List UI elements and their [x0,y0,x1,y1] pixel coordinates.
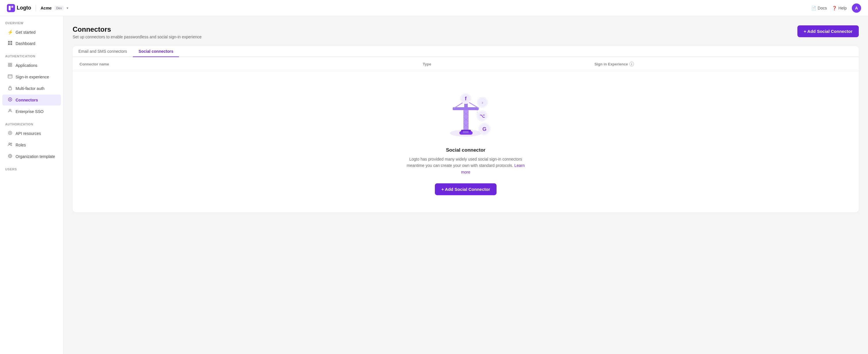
tab-social[interactable]: Social connectors [133,46,179,57]
svg-rect-2 [11,6,13,8]
svg-rect-0 [7,4,15,12]
svg-point-19 [8,131,12,135]
sidebar-item-organization-template[interactable]: Organization template [2,151,61,162]
column-sign-in-experience: Sign in Experience i [594,62,852,66]
authentication-section-label: AUTHENTICATION [0,49,63,60]
tenant-env-badge: Dev [55,6,64,10]
svg-rect-6 [10,43,12,45]
empty-state-add-button[interactable]: + Add Social Connector [435,183,496,195]
connectors-icon [7,97,13,103]
sidebar-item-label: Multi-factor auth [16,86,44,91]
enterprise-sso-icon [7,109,13,114]
overview-section-label: OVERVIEW [0,16,63,27]
add-social-connector-button[interactable]: + Add Social Connector [797,25,859,37]
lightning-icon: ⚡ [7,29,13,35]
user-avatar[interactable]: A [852,3,861,13]
logo-divider [36,5,36,11]
sidebar-item-label: Dashboard [16,41,35,46]
sidebar: OVERVIEW ⚡ Get started Dashboard AUTHENT… [0,16,63,354]
sidebar-item-label: Connectors [16,98,38,102]
org-template-icon [7,154,13,159]
svg-rect-1 [9,6,11,10]
sidebar-item-mfa[interactable]: Multi-factor auth [2,83,61,94]
sidebar-item-label: Enterprise SSO [16,109,43,114]
sidebar-item-label: Organization template [16,154,55,159]
tab-email-sms[interactable]: Email and SMS connectors [73,46,133,57]
authorization-section-label: AUTHORIZATION [0,117,63,128]
connectors-table-card: Email and SMS connectors Social connecto… [73,46,859,212]
svg-point-15 [9,99,11,100]
sidebar-item-label: Applications [16,63,37,68]
svg-point-20 [9,132,11,134]
page-title-area: Connectors Set up connectors to enable p… [73,25,202,39]
svg-point-18 [9,109,11,111]
svg-rect-8 [10,63,12,65]
social-connector-illustration: f ⌥ G › [440,88,492,140]
sidebar-item-enterprise-sso[interactable]: Enterprise SSO [2,106,61,117]
svg-rect-3 [8,41,10,43]
sidebar-item-label: Sign-in experience [16,75,49,79]
svg-rect-11 [8,75,12,78]
sidebar-item-api-resources[interactable]: API resources [2,128,61,139]
svg-text:›: › [482,100,483,105]
sign-in-experience-info-icon[interactable]: i [629,62,634,66]
applications-icon [7,63,13,68]
docs-link[interactable]: 📄 Docs [811,6,827,10]
svg-rect-10 [10,65,12,67]
docs-icon: 📄 [811,6,816,10]
sidebar-item-label: Roles [16,143,26,147]
help-icon: ❓ [832,6,837,10]
sidebar-item-get-started[interactable]: ⚡ Get started [2,27,61,37]
svg-point-22 [11,143,12,144]
connector-tabs: Email and SMS connectors Social connecto… [73,46,859,57]
topbar-actions: 📄 Docs ❓ Help A [811,3,861,13]
page-header: Connectors Set up connectors to enable p… [73,25,859,39]
svg-text:⌥: ⌥ [479,114,485,118]
svg-rect-9 [8,65,10,67]
svg-rect-5 [8,43,10,45]
help-link[interactable]: ❓ Help [832,6,847,10]
sidebar-item-sign-in-experience[interactable]: Sign-in experience [2,71,61,83]
tenant-chevron-icon[interactable]: ▾ [67,6,68,10]
svg-rect-13 [9,88,11,90]
tenant-name: Acme [41,6,52,10]
sidebar-item-connectors[interactable]: Connectors [2,94,61,106]
main-content: Connectors Set up connectors to enable p… [63,16,868,354]
svg-rect-4 [10,41,12,43]
logo-text: Logto [17,5,31,11]
empty-state-title: Social connector [446,147,486,153]
docs-label: Docs [817,6,827,10]
sidebar-item-dashboard[interactable]: Dashboard [2,38,61,49]
page-subtitle: Set up connectors to enable passwordless… [73,35,202,39]
illustration-svg: f ⌥ G › [440,88,492,140]
svg-point-21 [9,143,10,144]
table-header: Connector name Type Sign in Experience i [73,57,859,71]
empty-state-description: Logto has provided many widely used soci… [405,156,526,175]
sidebar-item-applications[interactable]: Applications [2,60,61,71]
column-connector-name: Connector name [80,62,423,66]
sign-in-icon [7,74,13,80]
page-title: Connectors [73,25,202,33]
svg-text:G: G [483,126,487,132]
svg-rect-7 [8,63,10,65]
sidebar-item-roles[interactable]: Roles [2,140,61,150]
logo-area: Logto Acme Dev ▾ [7,4,70,12]
help-label: Help [838,6,847,10]
logto-logo-icon [7,4,15,12]
api-resources-icon [7,130,13,136]
lock-icon [7,86,13,91]
layout: OVERVIEW ⚡ Get started Dashboard AUTHENT… [0,0,868,354]
empty-state: f ⌥ G › Social con [73,71,859,212]
column-type: Type [423,62,594,66]
dashboard-icon [7,41,13,47]
roles-icon [7,142,13,148]
sidebar-item-label: Get started [16,30,35,35]
svg-text:f: f [465,96,467,101]
sidebar-item-label: API resources [16,131,41,136]
users-section-label: USERS [0,162,63,173]
topbar: Logto Acme Dev ▾ 📄 Docs ❓ Help A [0,0,868,16]
